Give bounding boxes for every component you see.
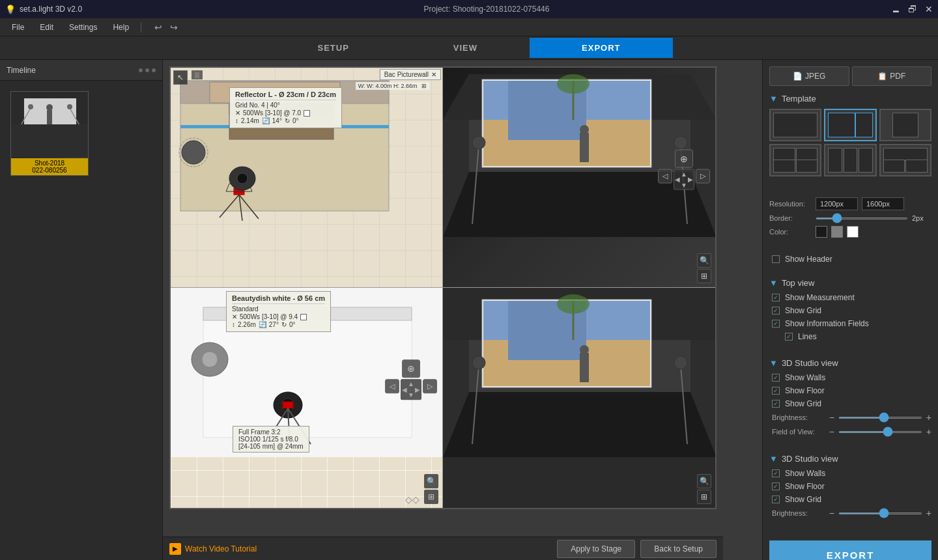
brightness-2-plus[interactable]: + bbox=[926, 508, 931, 518]
resolution-width[interactable] bbox=[816, 197, 858, 210]
menu-settings[interactable]: Settings bbox=[63, 20, 104, 35]
show-walls-2-checkbox[interactable] bbox=[772, 469, 780, 477]
bg-close[interactable]: ✕ bbox=[431, 71, 436, 78]
show-grid-3d-1-row: Show Grid bbox=[769, 399, 931, 408]
brightness-1-minus[interactable]: − bbox=[829, 412, 834, 423]
show-grid-top-checkbox[interactable] bbox=[772, 307, 780, 315]
tab-setup[interactable]: SETUP bbox=[265, 38, 401, 58]
up2: ▲ bbox=[408, 380, 414, 387]
studio3d-section-2: ▼ 3D Studio view Show Walls Show Floor S… bbox=[769, 454, 931, 522]
bg-expand[interactable]: ⊞ bbox=[421, 83, 427, 89]
svg-point-4 bbox=[46, 104, 53, 111]
search-zoom-br[interactable]: 🔍 bbox=[697, 474, 711, 488]
svg-rect-3 bbox=[47, 110, 52, 126]
menu-help[interactable]: Help bbox=[106, 20, 135, 35]
template-3[interactable] bbox=[879, 109, 931, 141]
nav-left-top[interactable]: ◁ bbox=[658, 169, 672, 183]
show-grid-3d-2-label: Show Grid bbox=[785, 495, 821, 504]
brightness-1-plus[interactable]: + bbox=[926, 412, 931, 423]
resolution-height[interactable] bbox=[862, 197, 904, 210]
pdf-label: PDF bbox=[890, 72, 905, 81]
thumb-label: Shot-2018 022-080256 bbox=[11, 158, 88, 175]
thumb-label-line1: Shot-2018 bbox=[35, 160, 64, 167]
beauty-mode: Standard bbox=[232, 305, 325, 313]
fov-1-slider[interactable] bbox=[838, 431, 922, 433]
studio3d-section-1: ▼ 3D Studio view Show Walls Show Floor S… bbox=[769, 358, 931, 441]
show-floor-2-checkbox[interactable] bbox=[772, 483, 780, 490]
template-2[interactable] bbox=[824, 109, 876, 141]
top-view-header[interactable]: ▼ Top view bbox=[769, 278, 931, 288]
template-header[interactable]: ▼ Template bbox=[769, 94, 931, 104]
fov-1-plus[interactable]: + bbox=[926, 427, 931, 437]
show-walls-1-checkbox[interactable] bbox=[772, 374, 780, 382]
border-label: Border: bbox=[769, 214, 812, 222]
back-to-setup-btn[interactable]: Back to Setup bbox=[640, 540, 717, 558]
left-arrow: ◀ bbox=[675, 176, 680, 183]
nav-up-top[interactable]: ⊕ bbox=[675, 149, 693, 167]
fit-zoom-bottom[interactable]: ⊞ bbox=[424, 490, 438, 504]
close-btn[interactable]: ✕ bbox=[925, 4, 933, 14]
jpeg-btn[interactable]: 📄 JPEG bbox=[769, 66, 849, 86]
tab-view[interactable]: VIEW bbox=[401, 38, 530, 58]
titlebar: 💡 set.a.light 3D v2.0 Project: Shooting-… bbox=[0, 0, 938, 18]
show-floor-1-checkbox[interactable] bbox=[772, 387, 780, 395]
fit-zoom-top[interactable]: ⊞ bbox=[697, 269, 711, 283]
left2: ◀ bbox=[402, 386, 407, 393]
export-button[interactable]: EXPORT bbox=[769, 540, 931, 560]
nav-right-bottom[interactable]: ▷ bbox=[423, 379, 437, 393]
fit-zoom-br[interactable]: ⊞ bbox=[697, 490, 711, 504]
show-header-checkbox[interactable] bbox=[772, 255, 780, 263]
bottom-bar: ▶ Watch Video Tutorial Apply to Stage Ba… bbox=[163, 537, 723, 560]
search-zoom-top[interactable]: 🔍 bbox=[697, 253, 711, 268]
brightness-2-minus[interactable]: − bbox=[829, 508, 834, 518]
template-6[interactable] bbox=[879, 144, 931, 176]
maximize-btn[interactable]: 🗗 bbox=[908, 4, 917, 14]
tab-export[interactable]: EXPORT bbox=[530, 38, 672, 58]
studio3d-1-chevron: ▼ bbox=[769, 358, 778, 368]
cursor-tool[interactable]: ↖ bbox=[173, 70, 188, 85]
color-swatch-black[interactable] bbox=[816, 226, 827, 238]
fov-1-row: Field of View: − + bbox=[769, 427, 931, 437]
nav-left-bottom[interactable]: ◁ bbox=[385, 379, 399, 393]
menu-edit[interactable]: Edit bbox=[33, 20, 60, 35]
lines-checkbox[interactable] bbox=[785, 333, 793, 341]
brightness-2-slider[interactable] bbox=[838, 512, 922, 514]
brightness-1-slider[interactable] bbox=[838, 417, 922, 419]
border-slider[interactable] bbox=[816, 217, 908, 219]
brightness-2-label: Brightness: bbox=[772, 509, 825, 517]
template-5[interactable] bbox=[824, 144, 876, 176]
timeline-thumb-1[interactable]: Shot-2018 022-080256 bbox=[10, 91, 89, 176]
fov-1-minus[interactable]: − bbox=[829, 427, 834, 437]
minimize-btn[interactable]: 🗕 bbox=[891, 4, 900, 14]
template-4[interactable] bbox=[769, 144, 821, 176]
studio3d-2-header[interactable]: ▼ 3D Studio view bbox=[769, 454, 931, 464]
show-grid-3d-2-checkbox[interactable] bbox=[772, 496, 780, 503]
show-info-fields-checkbox[interactable] bbox=[772, 320, 780, 328]
t6-bl bbox=[883, 160, 905, 173]
pdf-btn[interactable]: 📋 PDF bbox=[852, 66, 932, 86]
search-zoom-bottom[interactable]: 🔍 bbox=[424, 474, 438, 488]
template-1[interactable] bbox=[769, 109, 821, 141]
color-swatch-white[interactable] bbox=[847, 226, 859, 238]
reflector-checkbox[interactable] bbox=[304, 110, 310, 117]
show-grid-3d-1-checkbox[interactable] bbox=[772, 400, 780, 408]
menu-file[interactable]: File bbox=[5, 20, 31, 35]
apply-to-stage-btn[interactable]: Apply to Stage bbox=[557, 540, 635, 558]
show-info-fields-row: Show Information Fields bbox=[769, 319, 931, 328]
svg-rect-46 bbox=[283, 402, 293, 408]
undo-btn[interactable]: ↩ bbox=[152, 21, 165, 34]
nav-right-top[interactable]: ▷ bbox=[696, 169, 710, 183]
view-options-icon[interactable]: ◇◇ bbox=[405, 494, 419, 505]
studio3d-1-header[interactable]: ▼ 3D Studio view bbox=[769, 358, 931, 368]
right-arrow: ▶ bbox=[688, 176, 693, 183]
move-controls-bottom: ⊕ ◁ ▲ ▼ ◀ ▶ ▷ bbox=[385, 359, 437, 400]
nav-cross-top[interactable]: ▲ ▼ ◀ ▶ bbox=[674, 169, 694, 189]
beauty-checkbox[interactable] bbox=[300, 314, 307, 320]
show-walls-1-row: Show Walls bbox=[769, 373, 931, 382]
color-swatch-gray[interactable] bbox=[831, 226, 843, 238]
nav-cross-bottom[interactable]: ▲ ▼ ◀ ▶ bbox=[401, 379, 421, 400]
nav-compass-bottom[interactable]: ⊕ bbox=[402, 359, 420, 378]
show-measurement-checkbox[interactable] bbox=[772, 294, 780, 301]
watch-tutorial-btn[interactable]: ▶ Watch Video Tutorial bbox=[169, 543, 257, 555]
redo-btn[interactable]: ↪ bbox=[167, 21, 180, 34]
